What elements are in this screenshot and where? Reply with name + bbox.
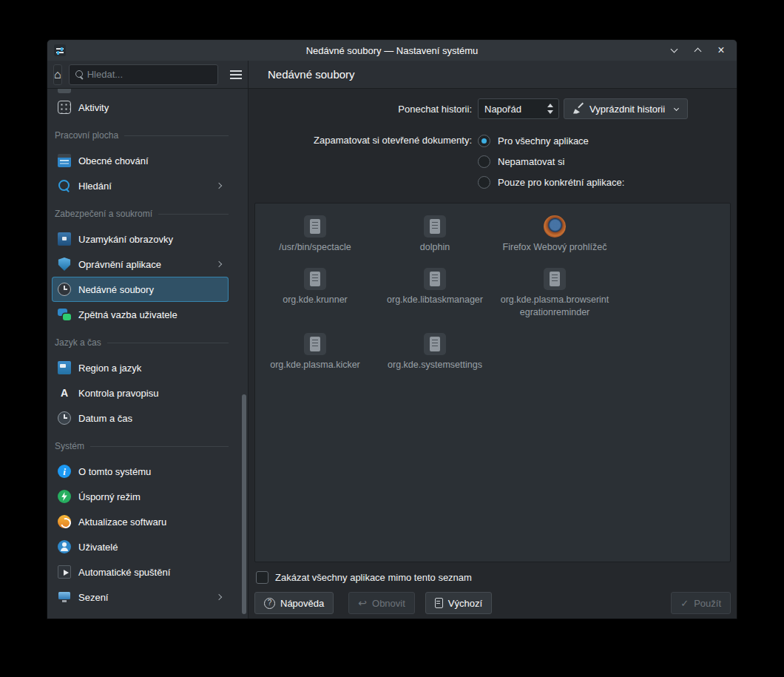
radio-all-applications[interactable]: Pro všechny aplikace bbox=[478, 130, 624, 151]
document-icon bbox=[424, 268, 446, 290]
sidebar-item-zpetna-vazba[interactable]: Zpětná vazba uživatele bbox=[52, 302, 229, 327]
search-input[interactable] bbox=[87, 69, 217, 80]
sidebar-section-system: Systém bbox=[52, 434, 229, 459]
document-icon bbox=[304, 215, 326, 238]
home-icon bbox=[54, 69, 61, 81]
desktop-behavior-icon bbox=[58, 154, 71, 167]
undo-icon bbox=[358, 598, 367, 609]
sidebar-item-uzivatele[interactable]: Uživatelé bbox=[52, 534, 229, 559]
help-icon bbox=[264, 598, 275, 609]
activities-icon bbox=[58, 101, 71, 114]
shield-icon bbox=[58, 257, 71, 271]
maximize-button[interactable] bbox=[692, 44, 703, 56]
section-label: Systém bbox=[55, 441, 84, 451]
app-item[interactable]: org.kde.systemsettings bbox=[375, 333, 495, 372]
sidebar-item-aktivity[interactable]: Aktivity bbox=[52, 95, 229, 120]
sidebar-item-o-tomto-systemu[interactable]: O tomto systému bbox=[52, 459, 229, 484]
info-icon bbox=[58, 465, 71, 478]
sidebar-item-label: Sezení bbox=[78, 592, 108, 603]
lock-screen-icon bbox=[58, 232, 71, 246]
sidebar-item-label: Hledání bbox=[78, 181, 112, 192]
application-list: /usr/bin/spectacle dolphin Firefox Webov… bbox=[254, 203, 731, 562]
radio-unchecked-icon bbox=[478, 176, 490, 189]
app-item[interactable]: org.kde.krunner bbox=[255, 268, 375, 320]
sidebar-item-label: Kontrola pravopisu bbox=[78, 388, 158, 399]
sidebar-item-label: Aktivity bbox=[78, 102, 109, 113]
keep-history-spinbox[interactable]: Napořád bbox=[478, 98, 559, 119]
radio-label: Nepamatovat si bbox=[498, 156, 564, 167]
sidebar-item-label: Nedávné soubory bbox=[78, 284, 154, 295]
sidebar-section-pracovni-plocha: Pracovní plocha bbox=[52, 123, 229, 148]
sidebar-section-jazyk-cas: Jazyk a čas bbox=[52, 330, 229, 355]
section-label: Jazyk a čas bbox=[55, 337, 101, 348]
remember-documents-label: Zapamatovat si otevřené dokumenty: bbox=[254, 130, 472, 151]
system-settings-app-icon bbox=[54, 44, 66, 56]
app-item[interactable]: /usr/bin/spectacle bbox=[255, 215, 375, 255]
spinbox-arrows[interactable] bbox=[545, 104, 558, 114]
system-settings-window: Nedávné soubory — Nastavení systému A bbox=[47, 40, 737, 619]
sidebar-item-kontrola-pravopisu[interactable]: Kontrola pravopisu bbox=[52, 380, 229, 405]
radio-specific-applications[interactable]: Pouze pro konkrétní aplikace: bbox=[478, 172, 624, 192]
feedback-icon bbox=[58, 308, 71, 321]
app-item[interactable]: org.kde.plasma.browserintegrationreminde… bbox=[495, 268, 615, 320]
search-field[interactable] bbox=[69, 64, 218, 85]
app-item[interactable]: Firefox Webový prohlížeč bbox=[495, 215, 615, 255]
section-divider bbox=[124, 135, 229, 136]
app-item[interactable]: org.kde.libtaskmanager bbox=[375, 268, 495, 320]
sidebar: Aktivity Pracovní plocha Obecné chování … bbox=[47, 61, 249, 619]
dropdown-chevron-icon bbox=[674, 105, 679, 110]
app-item[interactable]: dolphin bbox=[375, 215, 495, 255]
footer-buttons: Nápověda Obnovit Výchozí Použít bbox=[254, 592, 731, 614]
keep-history-row: Ponechat historii: Napořád Vyprázdnit hi… bbox=[254, 98, 731, 120]
chevron-right-icon bbox=[216, 594, 222, 600]
chevron-down-icon bbox=[670, 46, 677, 53]
reset-button[interactable]: Obnovit bbox=[348, 592, 415, 614]
reset-button-label: Obnovit bbox=[372, 598, 405, 609]
app-item[interactable]: org.kde.plasma.kicker bbox=[255, 333, 375, 372]
sidebar-item-label: Aktualizace softwaru bbox=[78, 516, 166, 528]
sidebar-item-label: Obecné chování bbox=[78, 155, 149, 166]
page-title: Nedávné soubory bbox=[268, 68, 355, 81]
remember-documents-row: Zapamatovat si otevřené dokumenty: Pro v… bbox=[254, 130, 731, 192]
sidebar-scrollbar[interactable] bbox=[242, 394, 246, 614]
chevron-up-icon bbox=[694, 48, 701, 55]
sidebar-item-uzamykani-obrazovky[interactable]: Uzamykání obrazovky bbox=[52, 226, 229, 252]
minimize-button[interactable] bbox=[668, 44, 680, 56]
sidebar-item-label: Uzamykání obrazovky bbox=[78, 234, 173, 245]
sidebar-item-sezeni[interactable]: Sezení bbox=[52, 585, 229, 610]
section-divider bbox=[158, 214, 229, 215]
clear-history-button[interactable]: Vyprázdnit historii bbox=[564, 98, 688, 119]
blocklist-checkbox[interactable]: Zakázat všechny aplikace mimo tento sezn… bbox=[254, 569, 731, 585]
app-item-label: org.kde.libtaskmanager bbox=[379, 294, 490, 307]
menu-icon[interactable] bbox=[230, 70, 242, 79]
sidebar-item-opravneni-aplikace[interactable]: Oprávnění aplikace bbox=[52, 252, 229, 277]
apply-button[interactable]: Použít bbox=[671, 592, 731, 614]
main-panel: Nedávné soubory Ponechat historii: Napoř… bbox=[249, 61, 737, 619]
blocklist-checkbox-label: Zakázat všechny aplikace mimo tento sezn… bbox=[275, 572, 472, 583]
help-button[interactable]: Nápověda bbox=[254, 592, 334, 614]
sidebar-item-datum-cas[interactable]: Datum a čas bbox=[52, 405, 229, 431]
sidebar-item-automaticke-spusteni[interactable]: Automatické spuštění bbox=[52, 559, 229, 585]
users-icon bbox=[58, 540, 71, 553]
section-label: Zabezpečení a soukromí bbox=[55, 209, 152, 219]
sidebar-item-obecne-chovani[interactable]: Obecné chování bbox=[52, 148, 229, 173]
sidebar-item-nedavne-soubory[interactable]: Nedávné soubory bbox=[52, 277, 229, 302]
sidebar-item-aktualizace-softwaru[interactable]: Aktualizace softwaru bbox=[52, 509, 229, 534]
sidebar-toolbar bbox=[47, 61, 248, 89]
app-item-label: /usr/bin/spectacle bbox=[260, 241, 371, 255]
application-grid: /usr/bin/spectacle dolphin Firefox Webov… bbox=[255, 203, 730, 371]
sidebar-item-usporny-rezim[interactable]: Úsporný režim bbox=[52, 484, 229, 509]
sidebar-item-region-jazyk[interactable]: Region a jazyk bbox=[52, 355, 229, 380]
defaults-button[interactable]: Výchozí bbox=[425, 592, 492, 614]
titlebar[interactable]: Nedávné soubory — Nastavení systému bbox=[47, 40, 737, 61]
close-button[interactable] bbox=[715, 44, 727, 56]
radio-do-not-remember[interactable]: Nepamatovat si bbox=[478, 151, 624, 172]
page-header: Nedávné soubory bbox=[249, 61, 737, 89]
autostart-icon bbox=[58, 565, 71, 579]
home-button[interactable] bbox=[53, 64, 62, 85]
document-icon bbox=[304, 268, 326, 290]
magnifier-icon bbox=[58, 179, 71, 192]
sidebar-item-hledani[interactable]: Hledání bbox=[52, 173, 229, 198]
document-icon bbox=[424, 333, 446, 355]
partially-scrolled-item bbox=[47, 89, 248, 95]
